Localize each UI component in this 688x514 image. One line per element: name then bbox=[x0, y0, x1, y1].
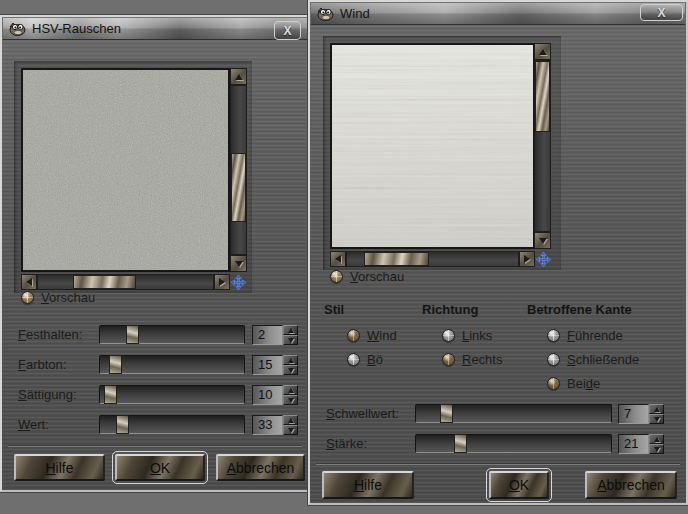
wind-v-scrollbar[interactable] bbox=[534, 43, 551, 249]
hsv-preview-checkbox[interactable]: Vorschau bbox=[21, 289, 95, 305]
spin-down-icon[interactable] bbox=[283, 395, 298, 405]
threshold-value[interactable]: 7 bbox=[618, 404, 649, 424]
cancel-button[interactable]: Abbrechen bbox=[585, 471, 677, 499]
scroll-down-icon[interactable] bbox=[230, 255, 247, 272]
radio-rechts-label: Rechts bbox=[462, 352, 502, 367]
radio-beide-label: Beide bbox=[567, 376, 600, 391]
spin-up-icon[interactable] bbox=[283, 355, 298, 365]
spin-down-icon[interactable] bbox=[649, 414, 664, 424]
strength-spinner[interactable] bbox=[649, 434, 664, 454]
radio-wind[interactable]: Wind bbox=[347, 327, 397, 343]
holdness-value[interactable]: 2 bbox=[252, 325, 283, 345]
scroll-up-icon[interactable] bbox=[534, 43, 551, 60]
saturation-slider[interactable] bbox=[99, 385, 245, 404]
spin-down-icon[interactable] bbox=[283, 425, 298, 435]
hsv-dialog-title: HSV-Rauschen bbox=[32, 21, 121, 36]
hue-row: Farbton: 15 bbox=[2, 355, 308, 375]
hue-value[interactable]: 15 bbox=[252, 355, 283, 375]
checkbox-orb-icon[interactable] bbox=[330, 270, 343, 283]
radio-schliessende[interactable]: Schließende bbox=[547, 351, 639, 367]
help-button[interactable]: Hilfe bbox=[322, 471, 414, 499]
hsv-noise-dialog: HSV-Rauschen X bbox=[0, 15, 310, 492]
hsv-titlebar[interactable]: HSV-Rauschen bbox=[3, 18, 307, 40]
h-scroll-track[interactable] bbox=[346, 251, 519, 267]
spin-up-icon[interactable] bbox=[649, 434, 664, 444]
gimp-wilber-icon bbox=[317, 7, 334, 21]
wind-preview-image[interactable] bbox=[330, 43, 535, 249]
wind-preview-checkbox[interactable]: Vorschau bbox=[330, 268, 404, 284]
scroll-left-icon[interactable] bbox=[21, 274, 37, 290]
slider-thumb[interactable] bbox=[116, 415, 129, 434]
scroll-left-icon[interactable] bbox=[330, 251, 346, 267]
spin-up-icon[interactable] bbox=[283, 415, 298, 425]
radio-orb-icon[interactable] bbox=[347, 353, 360, 366]
spin-up-icon[interactable] bbox=[283, 325, 298, 335]
strength-value[interactable]: 21 bbox=[618, 434, 649, 454]
checkbox-orb-icon[interactable] bbox=[21, 291, 34, 304]
scroll-up-icon[interactable] bbox=[230, 68, 247, 85]
hue-label: Farbton: bbox=[18, 357, 66, 372]
radio-boe[interactable]: Bö bbox=[347, 351, 383, 367]
slider-thumb[interactable] bbox=[126, 325, 139, 344]
slider-thumb[interactable] bbox=[454, 434, 467, 453]
help-button[interactable]: Hilfe bbox=[14, 454, 105, 481]
v-scroll-track[interactable] bbox=[534, 60, 551, 232]
wind-h-scrollbar[interactable] bbox=[330, 251, 535, 267]
spin-down-icon[interactable] bbox=[649, 444, 664, 454]
hsv-v-scrollbar[interactable] bbox=[230, 68, 247, 272]
scroll-down-icon[interactable] bbox=[534, 232, 551, 249]
spin-down-icon[interactable] bbox=[283, 365, 298, 375]
radio-beide[interactable]: Beide bbox=[547, 375, 600, 391]
wind-titlebar[interactable]: Wind bbox=[311, 3, 685, 25]
value-row: Wert: 33 bbox=[2, 415, 308, 435]
radio-orb-icon[interactable] bbox=[442, 353, 455, 366]
holdness-row: Festhalten: 2 bbox=[2, 325, 308, 345]
radio-fuehrende[interactable]: Führende bbox=[547, 327, 623, 343]
slider-thumb[interactable] bbox=[109, 355, 122, 374]
threshold-label: Schwellwert: bbox=[326, 406, 399, 421]
hsv-h-scrollbar[interactable] bbox=[21, 274, 230, 290]
radio-orb-icon[interactable] bbox=[547, 377, 560, 390]
ok-button[interactable]: OK bbox=[115, 454, 205, 481]
hsv-preview-image[interactable] bbox=[21, 68, 230, 272]
strength-slider[interactable] bbox=[415, 434, 612, 453]
threshold-spinner[interactable] bbox=[649, 404, 664, 424]
radio-links[interactable]: Links bbox=[442, 327, 492, 343]
slider-thumb[interactable] bbox=[104, 385, 117, 404]
spin-up-icon[interactable] bbox=[283, 385, 298, 395]
radio-orb-icon[interactable] bbox=[547, 353, 560, 366]
wind-close-icon[interactable]: X bbox=[640, 4, 683, 21]
saturation-row: Sättigung: 10 bbox=[2, 385, 308, 405]
holdness-spinner[interactable] bbox=[283, 325, 298, 345]
spin-up-icon[interactable] bbox=[649, 404, 664, 414]
ok-button[interactable]: OK bbox=[489, 471, 549, 499]
scroll-right-icon[interactable] bbox=[519, 251, 535, 267]
value-value[interactable]: 33 bbox=[252, 415, 283, 435]
hue-slider[interactable] bbox=[99, 355, 245, 374]
h-scroll-thumb[interactable] bbox=[73, 275, 136, 289]
radio-orb-icon[interactable] bbox=[347, 329, 360, 342]
v-scroll-thumb[interactable] bbox=[231, 153, 246, 222]
slider-thumb[interactable] bbox=[440, 404, 453, 423]
hue-spinner[interactable] bbox=[283, 355, 298, 375]
value-spinner[interactable] bbox=[283, 415, 298, 435]
preview-navigation-icon[interactable] bbox=[535, 251, 552, 267]
value-label: Wert: bbox=[18, 417, 49, 432]
scroll-right-icon[interactable] bbox=[214, 274, 230, 290]
threshold-slider[interactable] bbox=[415, 404, 612, 423]
v-scroll-track[interactable] bbox=[230, 85, 247, 255]
radio-orb-icon[interactable] bbox=[442, 329, 455, 342]
radio-rechts[interactable]: Rechts bbox=[442, 351, 502, 367]
radio-orb-icon[interactable] bbox=[547, 329, 560, 342]
h-scroll-thumb[interactable] bbox=[364, 252, 429, 266]
v-scroll-thumb[interactable] bbox=[535, 61, 550, 132]
preview-navigation-icon[interactable] bbox=[230, 274, 247, 290]
saturation-spinner[interactable] bbox=[283, 385, 298, 405]
cancel-button[interactable]: Abbrechen bbox=[216, 454, 305, 481]
spin-down-icon[interactable] bbox=[283, 335, 298, 345]
hsv-close-icon[interactable]: X bbox=[274, 21, 301, 40]
saturation-value[interactable]: 10 bbox=[252, 385, 283, 405]
value-slider[interactable] bbox=[99, 415, 245, 434]
holdness-slider[interactable] bbox=[99, 325, 245, 344]
h-scroll-track[interactable] bbox=[37, 274, 214, 290]
